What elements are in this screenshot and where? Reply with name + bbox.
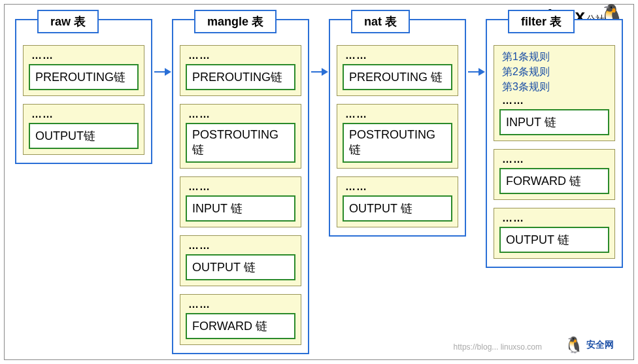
chain-forward: FORWARD 链 — [186, 313, 295, 339]
dots: …… — [29, 50, 139, 64]
chain-input: INPUT 链 — [499, 109, 609, 135]
arrow-mangle-to-nat — [309, 19, 329, 73]
dots: …… — [343, 108, 452, 123]
chain-group: …… FORWARD 链 — [180, 294, 301, 345]
chain-group: …… OUTPUT 链 — [494, 208, 615, 259]
dots: …… — [186, 50, 295, 64]
dots: …… — [186, 299, 295, 313]
arrow-icon — [311, 71, 327, 73]
chain-forward: FORWARD 链 — [499, 168, 609, 194]
table-col-mangle: mangle 表 …… PREROUTING链 …… POSTROUTING链 … — [172, 19, 309, 354]
table-mangle: mangle 表 …… PREROUTING链 …… POSTROUTING链 … — [172, 19, 309, 354]
chain-output: OUTPUT 链 — [499, 227, 609, 253]
footer-brand-text: 安全网 — [586, 339, 614, 351]
table-title-raw: raw 表 — [37, 10, 99, 33]
dots: …… — [343, 50, 452, 64]
chain-group: …… POSTROUTING链 — [180, 104, 301, 169]
chain-prerouting: PREROUTING链 — [29, 64, 139, 90]
table-col-raw: raw 表 …… PREROUTING链 …… OUTPUT链 — [15, 19, 152, 164]
rule-2: 第2条规则 — [499, 65, 609, 80]
table-col-nat: nat 表 …… PREROUTING 链 …… POSTROUTING 链 …… — [329, 19, 466, 237]
chain-group: …… OUTPUT 链 — [180, 235, 301, 286]
arrow-icon — [154, 71, 170, 73]
chain-output: OUTPUT 链 — [186, 254, 295, 280]
chain-output: OUTPUT链 — [29, 123, 139, 149]
table-title-mangle: mangle 表 — [194, 10, 277, 33]
chain-group: …… PREROUTING链 — [180, 45, 301, 96]
dots: …… — [29, 108, 139, 123]
table-title-nat: nat 表 — [351, 10, 410, 33]
dots: …… — [186, 181, 295, 195]
chain-postrouting: POSTROUTING链 — [186, 123, 295, 163]
dots: …… — [499, 95, 609, 109]
diagram-frame: 🐧 Linux公社 www.Linuxidc.com raw 表 …… PRER… — [4, 4, 634, 360]
table-title-filter: filter 表 — [508, 10, 575, 33]
dots: …… — [499, 212, 609, 227]
footer-watermark: https://blog... linuxso.com — [454, 342, 542, 352]
arrow-raw-to-mangle — [152, 19, 172, 73]
table-col-filter: filter 表 第1条规则 第2条规则 第3条规则 …… INPUT 链 ……… — [486, 19, 623, 268]
table-filter: filter 表 第1条规则 第2条规则 第3条规则 …… INPUT 链 ……… — [486, 19, 623, 268]
chain-postrouting: POSTROUTING 链 — [343, 123, 452, 163]
chain-group: …… PREROUTING 链 — [337, 45, 458, 96]
chain-group: …… FORWARD 链 — [494, 149, 615, 200]
chain-group: …… INPUT 链 — [180, 176, 301, 227]
penguin-icon-small: 🐧 — [564, 336, 584, 354]
chain-prerouting: PREROUTING 链 — [343, 64, 452, 90]
chain-input: INPUT 链 — [186, 195, 295, 222]
dots: …… — [343, 181, 452, 195]
rule-1: 第1条规则 — [499, 50, 609, 65]
chain-group: …… POSTROUTING 链 — [337, 104, 458, 169]
tables-row: raw 表 …… PREROUTING链 …… OUTPUT链 mangle 表… — [15, 19, 623, 354]
dots: …… — [499, 154, 609, 168]
rule-3: 第3条规则 — [499, 80, 609, 95]
dots: …… — [186, 108, 295, 123]
table-nat: nat 表 …… PREROUTING 链 …… POSTROUTING 链 …… — [329, 19, 466, 237]
footer-brand: 🐧 安全网 — [564, 336, 614, 354]
arrow-nat-to-filter — [466, 19, 486, 73]
chain-group: …… PREROUTING链 — [23, 45, 144, 96]
arrow-icon — [468, 71, 484, 73]
chain-group: …… OUTPUT链 — [23, 104, 144, 155]
chain-group: …… OUTPUT 链 — [337, 176, 458, 227]
chain-group: 第1条规则 第2条规则 第3条规则 …… INPUT 链 — [494, 45, 615, 141]
chain-output: OUTPUT 链 — [343, 195, 452, 222]
dots: …… — [186, 240, 295, 254]
table-raw: raw 表 …… PREROUTING链 …… OUTPUT链 — [15, 19, 152, 164]
chain-prerouting: PREROUTING链 — [186, 64, 295, 90]
